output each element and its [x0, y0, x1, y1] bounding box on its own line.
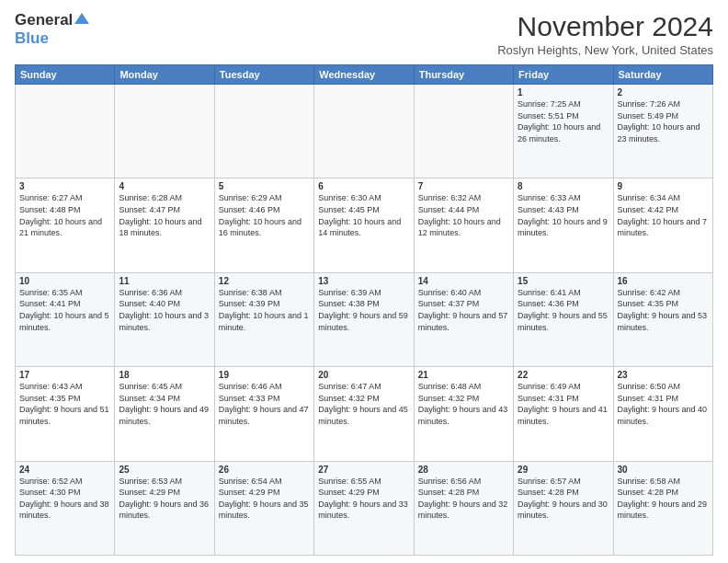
- day-number: 17: [19, 370, 110, 380]
- day-number: 10: [19, 276, 110, 286]
- day-number: 19: [219, 370, 310, 380]
- day-number: 13: [318, 276, 409, 286]
- day-cell: 11Sunrise: 6:36 AM Sunset: 4:40 PM Dayli…: [115, 272, 214, 366]
- day-info: Sunrise: 6:54 AM Sunset: 4:29 PM Dayligh…: [219, 476, 310, 522]
- day-info: Sunrise: 6:58 AM Sunset: 4:28 PM Dayligh…: [618, 476, 709, 522]
- svg-marker-0: [74, 13, 89, 24]
- week-row-1: 1Sunrise: 7:25 AM Sunset: 5:51 PM Daylig…: [16, 85, 713, 178]
- week-row-3: 10Sunrise: 6:35 AM Sunset: 4:41 PM Dayli…: [16, 272, 713, 366]
- page: General Blue November 2024 Roslyn Height…: [0, 0, 728, 563]
- weekday-header-wednesday: Wednesday: [314, 65, 414, 85]
- day-cell: [115, 85, 214, 178]
- day-number: 26: [219, 465, 310, 475]
- week-row-5: 24Sunrise: 6:52 AM Sunset: 4:30 PM Dayli…: [16, 461, 713, 555]
- day-number: 23: [618, 370, 709, 380]
- day-info: Sunrise: 6:34 AM Sunset: 4:42 PM Dayligh…: [618, 192, 709, 238]
- day-info: Sunrise: 6:42 AM Sunset: 4:35 PM Dayligh…: [618, 287, 709, 333]
- day-cell: 25Sunrise: 6:53 AM Sunset: 4:29 PM Dayli…: [115, 461, 214, 555]
- day-cell: 8Sunrise: 6:33 AM Sunset: 4:43 PM Daylig…: [514, 178, 613, 272]
- day-number: 4: [119, 181, 210, 191]
- day-cell: 29Sunrise: 6:57 AM Sunset: 4:28 PM Dayli…: [514, 461, 613, 555]
- day-info: Sunrise: 6:50 AM Sunset: 4:31 PM Dayligh…: [618, 381, 709, 427]
- day-info: Sunrise: 6:29 AM Sunset: 4:46 PM Dayligh…: [219, 192, 310, 238]
- day-cell: 6Sunrise: 6:30 AM Sunset: 4:45 PM Daylig…: [314, 178, 414, 272]
- calendar-table: SundayMondayTuesdayWednesdayThursdayFrid…: [15, 64, 713, 556]
- day-number: 14: [418, 276, 509, 286]
- day-number: 3: [19, 181, 110, 191]
- day-cell: 13Sunrise: 6:39 AM Sunset: 4:38 PM Dayli…: [314, 272, 414, 366]
- day-number: 6: [318, 181, 409, 191]
- day-cell: 22Sunrise: 6:49 AM Sunset: 4:31 PM Dayli…: [514, 367, 613, 461]
- day-info: Sunrise: 6:46 AM Sunset: 4:33 PM Dayligh…: [219, 381, 310, 427]
- day-cell: 21Sunrise: 6:48 AM Sunset: 4:32 PM Dayli…: [414, 367, 513, 461]
- day-info: Sunrise: 6:55 AM Sunset: 4:29 PM Dayligh…: [318, 476, 409, 522]
- header: General Blue November 2024 Roslyn Height…: [15, 11, 713, 57]
- logo-general: General: [15, 11, 73, 29]
- weekday-header-thursday: Thursday: [414, 65, 513, 85]
- day-number: 20: [318, 370, 409, 380]
- day-cell: [16, 85, 115, 178]
- day-info: Sunrise: 7:26 AM Sunset: 5:49 PM Dayligh…: [618, 98, 709, 144]
- calendar: SundayMondayTuesdayWednesdayThursdayFrid…: [15, 64, 713, 556]
- day-number: 18: [119, 370, 210, 380]
- day-number: 2: [618, 87, 709, 98]
- day-info: Sunrise: 6:27 AM Sunset: 4:48 PM Dayligh…: [19, 192, 110, 238]
- day-info: Sunrise: 6:39 AM Sunset: 4:38 PM Dayligh…: [318, 287, 409, 333]
- day-info: Sunrise: 6:43 AM Sunset: 4:35 PM Dayligh…: [19, 381, 110, 427]
- week-row-4: 17Sunrise: 6:43 AM Sunset: 4:35 PM Dayli…: [16, 367, 713, 461]
- day-number: 24: [19, 465, 110, 475]
- day-info: Sunrise: 6:28 AM Sunset: 4:47 PM Dayligh…: [119, 192, 210, 238]
- weekday-header-friday: Friday: [514, 65, 613, 85]
- day-cell: 16Sunrise: 6:42 AM Sunset: 4:35 PM Dayli…: [613, 272, 712, 366]
- day-info: Sunrise: 6:35 AM Sunset: 4:41 PM Dayligh…: [19, 287, 110, 333]
- day-cell: [414, 85, 513, 178]
- day-number: 8: [518, 181, 609, 191]
- weekday-header-saturday: Saturday: [613, 65, 712, 85]
- day-number: 22: [518, 370, 609, 380]
- day-number: 1: [518, 87, 609, 98]
- day-info: Sunrise: 6:47 AM Sunset: 4:32 PM Dayligh…: [318, 381, 409, 427]
- day-info: Sunrise: 6:52 AM Sunset: 4:30 PM Dayligh…: [19, 476, 110, 522]
- day-cell: 17Sunrise: 6:43 AM Sunset: 4:35 PM Dayli…: [16, 367, 115, 461]
- day-number: 28: [418, 465, 509, 475]
- logo-icon: [74, 11, 90, 28]
- day-cell: 10Sunrise: 6:35 AM Sunset: 4:41 PM Dayli…: [16, 272, 115, 366]
- day-info: Sunrise: 6:30 AM Sunset: 4:45 PM Dayligh…: [318, 192, 409, 238]
- weekday-header-monday: Monday: [115, 65, 214, 85]
- day-cell: 12Sunrise: 6:38 AM Sunset: 4:39 PM Dayli…: [214, 272, 313, 366]
- day-info: Sunrise: 6:57 AM Sunset: 4:28 PM Dayligh…: [518, 476, 609, 522]
- day-info: Sunrise: 6:41 AM Sunset: 4:36 PM Dayligh…: [518, 287, 609, 333]
- day-cell: [214, 85, 313, 178]
- day-number: 9: [618, 181, 709, 191]
- day-info: Sunrise: 6:48 AM Sunset: 4:32 PM Dayligh…: [418, 381, 509, 427]
- day-cell: 26Sunrise: 6:54 AM Sunset: 4:29 PM Dayli…: [214, 461, 313, 555]
- day-cell: 2Sunrise: 7:26 AM Sunset: 5:49 PM Daylig…: [613, 85, 712, 178]
- day-info: Sunrise: 6:49 AM Sunset: 4:31 PM Dayligh…: [518, 381, 609, 427]
- day-cell: 7Sunrise: 6:32 AM Sunset: 4:44 PM Daylig…: [414, 178, 513, 272]
- day-info: Sunrise: 6:45 AM Sunset: 4:34 PM Dayligh…: [119, 381, 210, 427]
- day-number: 25: [119, 465, 210, 475]
- title-area: November 2024 Roslyn Heights, New York, …: [497, 11, 713, 57]
- day-cell: 14Sunrise: 6:40 AM Sunset: 4:37 PM Dayli…: [414, 272, 513, 366]
- day-number: 11: [119, 276, 210, 286]
- day-cell: 18Sunrise: 6:45 AM Sunset: 4:34 PM Dayli…: [115, 367, 214, 461]
- month-title: November 2024: [497, 11, 713, 41]
- weekday-header-row: SundayMondayTuesdayWednesdayThursdayFrid…: [16, 65, 713, 85]
- day-info: Sunrise: 6:33 AM Sunset: 4:43 PM Dayligh…: [518, 192, 609, 238]
- day-cell: 3Sunrise: 6:27 AM Sunset: 4:48 PM Daylig…: [16, 178, 115, 272]
- day-cell: 30Sunrise: 6:58 AM Sunset: 4:28 PM Dayli…: [613, 461, 712, 555]
- day-cell: 15Sunrise: 6:41 AM Sunset: 4:36 PM Dayli…: [514, 272, 613, 366]
- day-cell: 23Sunrise: 6:50 AM Sunset: 4:31 PM Dayli…: [613, 367, 712, 461]
- day-cell: 27Sunrise: 6:55 AM Sunset: 4:29 PM Dayli…: [314, 461, 414, 555]
- logo-blue: Blue: [15, 29, 49, 47]
- weekday-header-sunday: Sunday: [16, 65, 115, 85]
- day-number: 21: [418, 370, 509, 380]
- day-cell: 5Sunrise: 6:29 AM Sunset: 4:46 PM Daylig…: [214, 178, 313, 272]
- week-row-2: 3Sunrise: 6:27 AM Sunset: 4:48 PM Daylig…: [16, 178, 713, 272]
- day-number: 27: [318, 465, 409, 475]
- day-cell: 1Sunrise: 7:25 AM Sunset: 5:51 PM Daylig…: [514, 85, 613, 178]
- day-number: 7: [418, 181, 509, 191]
- logo: General Blue: [15, 11, 90, 48]
- day-cell: [314, 85, 414, 178]
- day-info: Sunrise: 6:32 AM Sunset: 4:44 PM Dayligh…: [418, 192, 509, 238]
